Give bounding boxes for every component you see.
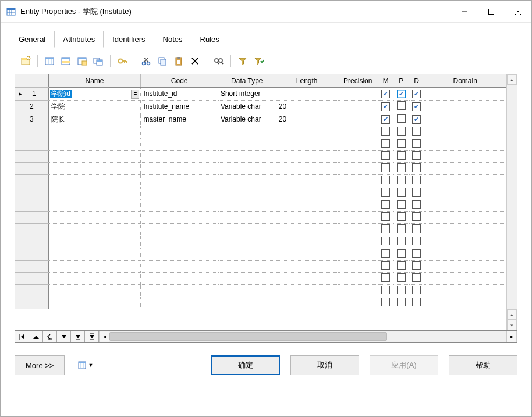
cell-code[interactable] xyxy=(141,260,218,272)
nav-prev-icon[interactable] xyxy=(43,331,57,342)
cell-m[interactable] xyxy=(378,236,393,248)
cell-p[interactable] xyxy=(393,150,409,162)
cell-code[interactable] xyxy=(141,187,218,199)
cell-code[interactable]: master_name xyxy=(141,113,218,126)
horizontal-scrollbar[interactable]: ◂ ▸ xyxy=(99,331,517,342)
scroll-up-icon[interactable]: ▴ xyxy=(507,74,517,85)
checkbox[interactable] xyxy=(381,151,390,160)
paste-icon[interactable] xyxy=(171,54,186,68)
cell-p[interactable] xyxy=(393,100,409,113)
cell-length[interactable] xyxy=(276,199,338,211)
table-row[interactable] xyxy=(15,236,506,248)
cell-precision[interactable] xyxy=(338,138,378,150)
checkbox[interactable] xyxy=(381,163,390,172)
cell-p[interactable] xyxy=(393,174,409,187)
cell-m[interactable] xyxy=(378,272,393,284)
cell-datatype[interactable] xyxy=(218,150,276,162)
checkbox[interactable] xyxy=(412,102,421,111)
checkbox[interactable] xyxy=(381,200,390,209)
cell-name[interactable] xyxy=(48,187,141,199)
row-number[interactable]: 2 xyxy=(15,100,48,113)
vertical-scrollbar[interactable]: ▴ ▴ ▾ xyxy=(506,74,517,330)
checkbox[interactable] xyxy=(412,237,421,245)
checkbox[interactable] xyxy=(412,127,421,136)
scroll-down-icon[interactable]: ▾ xyxy=(507,320,517,330)
checkbox[interactable] xyxy=(412,249,421,258)
checkbox[interactable] xyxy=(397,127,406,136)
cell-precision[interactable] xyxy=(338,272,378,284)
cell-datatype[interactable]: Variable char xyxy=(218,100,276,113)
checkbox[interactable] xyxy=(412,286,421,294)
checkbox[interactable] xyxy=(397,249,406,258)
cell-name[interactable] xyxy=(48,162,141,174)
find-icon[interactable] xyxy=(211,54,226,68)
cell-datatype[interactable] xyxy=(218,272,276,284)
cell-code[interactable] xyxy=(141,248,218,260)
cell-m[interactable] xyxy=(378,138,393,150)
cell-p[interactable] xyxy=(393,284,409,297)
cell-domain[interactable] xyxy=(424,236,506,248)
cell-length[interactable]: 20 xyxy=(276,100,338,113)
cell-m[interactable] xyxy=(378,174,393,187)
cell-length[interactable] xyxy=(276,138,338,150)
cell-d[interactable] xyxy=(409,138,424,150)
cell-length[interactable] xyxy=(276,284,338,297)
checkbox[interactable] xyxy=(381,224,390,233)
cell-domain[interactable] xyxy=(424,100,506,113)
cell-m[interactable] xyxy=(378,199,393,211)
checkbox[interactable] xyxy=(381,286,390,294)
cell-p[interactable] xyxy=(393,138,409,150)
delete-icon[interactable] xyxy=(187,54,203,68)
cell-code[interactable]: Institute_id xyxy=(141,87,218,100)
cell-d[interactable] xyxy=(409,113,424,126)
copy-icon[interactable] xyxy=(155,54,170,68)
cell-domain[interactable] xyxy=(424,297,506,309)
checkbox[interactable] xyxy=(397,139,406,148)
cell-code[interactable] xyxy=(141,236,218,248)
cell-m[interactable] xyxy=(378,100,393,113)
row-number[interactable] xyxy=(15,248,48,260)
nav-next-icon[interactable] xyxy=(71,331,85,342)
checkbox[interactable] xyxy=(381,237,390,245)
cell-p[interactable] xyxy=(393,211,409,223)
cell-m[interactable] xyxy=(378,297,393,309)
cell-precision[interactable] xyxy=(338,248,378,260)
cell-datatype[interactable] xyxy=(218,187,276,199)
cell-length[interactable] xyxy=(276,272,338,284)
checkbox[interactable] xyxy=(397,261,406,270)
customize-columns-button[interactable]: ▼ xyxy=(75,357,95,374)
row-number[interactable] xyxy=(15,211,48,223)
hscroll-left-icon[interactable]: ◂ xyxy=(99,331,109,342)
tab-rules[interactable]: Rules xyxy=(191,31,228,47)
cell-code[interactable] xyxy=(141,174,218,187)
cancel-button[interactable]: 取消 xyxy=(290,355,359,375)
apply-button[interactable]: 应用(A) xyxy=(370,355,438,375)
cell-length[interactable] xyxy=(276,187,338,199)
header-code[interactable]: Code xyxy=(141,74,218,87)
checkbox[interactable] xyxy=(412,200,421,209)
header-domain[interactable]: Domain xyxy=(424,74,506,87)
help-button[interactable]: 帮助 xyxy=(449,355,517,375)
checkbox[interactable] xyxy=(412,212,421,221)
scroll-up2-icon[interactable]: ▴ xyxy=(507,309,517,320)
cell-p[interactable] xyxy=(393,272,409,284)
cell-precision[interactable] xyxy=(338,100,378,113)
tab-identifiers[interactable]: Identifiers xyxy=(104,31,154,47)
cell-m[interactable] xyxy=(378,211,393,223)
cell-p[interactable] xyxy=(393,223,409,236)
cell-d[interactable] xyxy=(409,187,424,199)
checkbox[interactable] xyxy=(412,115,421,124)
checkbox[interactable] xyxy=(397,298,406,306)
cell-precision[interactable] xyxy=(338,297,378,309)
cell-p[interactable] xyxy=(393,187,409,199)
cell-d[interactable] xyxy=(409,223,424,236)
cell-name[interactable] xyxy=(48,272,141,284)
cell-datatype[interactable]: Short integer xyxy=(218,87,276,100)
checkbox[interactable] xyxy=(412,273,421,282)
cell-name[interactable]: 院长 xyxy=(48,113,141,126)
checkbox[interactable] xyxy=(397,90,406,98)
header-p[interactable]: P xyxy=(393,74,409,87)
cell-code[interactable]: Institute_name xyxy=(141,100,218,113)
cell-name[interactable] xyxy=(48,297,141,309)
cell-domain[interactable] xyxy=(424,211,506,223)
